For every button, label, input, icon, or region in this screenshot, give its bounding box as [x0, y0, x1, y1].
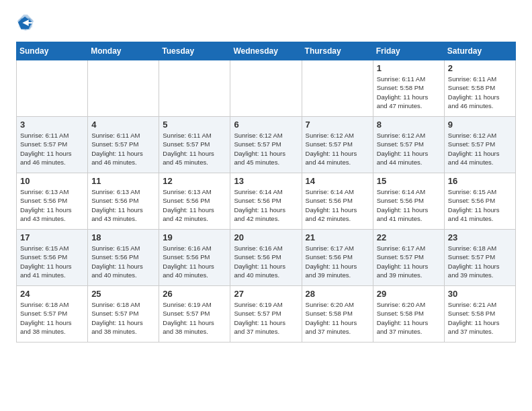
week-row: 3Sunrise: 6:11 AM Sunset: 5:57 PM Daylig…: [17, 117, 516, 173]
calendar-cell: 11Sunrise: 6:13 AM Sunset: 5:56 PM Dayli…: [88, 173, 159, 230]
day-number: 14: [306, 176, 369, 186]
calendar-cell: 20Sunrise: 6:16 AM Sunset: 5:56 PM Dayli…: [230, 230, 302, 286]
calendar-cell: [230, 60, 302, 117]
day-header: Tuesday: [159, 42, 230, 60]
day-header: Wednesday: [230, 42, 302, 60]
cell-info: Sunrise: 6:11 AM Sunset: 5:57 PM Dayligh…: [20, 131, 84, 167]
day-number: 27: [234, 289, 298, 299]
day-number: 9: [448, 120, 512, 130]
cell-info: Sunrise: 6:13 AM Sunset: 5:56 PM Dayligh…: [20, 187, 84, 223]
calendar-cell: 23Sunrise: 6:18 AM Sunset: 5:57 PM Dayli…: [444, 230, 515, 286]
calendar-cell: [17, 60, 88, 117]
week-row: 24Sunrise: 6:18 AM Sunset: 5:57 PM Dayli…: [17, 286, 516, 342]
day-number: 3: [20, 120, 84, 130]
header-row: SundayMondayTuesdayWednesdayThursdayFrid…: [17, 42, 516, 60]
day-number: 29: [377, 289, 441, 299]
week-row: 10Sunrise: 6:13 AM Sunset: 5:56 PM Dayli…: [17, 173, 516, 230]
day-header: Friday: [373, 42, 444, 60]
cell-info: Sunrise: 6:14 AM Sunset: 5:56 PM Dayligh…: [377, 187, 441, 223]
day-number: 17: [20, 232, 84, 242]
calendar-cell: 12Sunrise: 6:13 AM Sunset: 5:56 PM Dayli…: [159, 173, 230, 230]
day-number: 2: [448, 63, 512, 73]
calendar-cell: 10Sunrise: 6:13 AM Sunset: 5:56 PM Dayli…: [17, 173, 88, 230]
cell-info: Sunrise: 6:11 AM Sunset: 5:57 PM Dayligh…: [91, 131, 155, 167]
calendar-cell: 15Sunrise: 6:14 AM Sunset: 5:56 PM Dayli…: [373, 173, 444, 230]
day-number: 28: [306, 289, 369, 299]
cell-info: Sunrise: 6:13 AM Sunset: 5:56 PM Dayligh…: [91, 187, 155, 223]
calendar-cell: 4Sunrise: 6:11 AM Sunset: 5:57 PM Daylig…: [88, 117, 159, 173]
cell-info: Sunrise: 6:14 AM Sunset: 5:56 PM Dayligh…: [306, 187, 369, 223]
calendar-cell: 21Sunrise: 6:17 AM Sunset: 5:56 PM Dayli…: [302, 230, 373, 286]
calendar-cell: 1Sunrise: 6:11 AM Sunset: 5:58 PM Daylig…: [373, 60, 444, 117]
calendar-cell: 24Sunrise: 6:18 AM Sunset: 5:57 PM Dayli…: [17, 286, 88, 342]
cell-info: Sunrise: 6:12 AM Sunset: 5:57 PM Dayligh…: [234, 131, 298, 167]
calendar-cell: 27Sunrise: 6:19 AM Sunset: 5:57 PM Dayli…: [230, 286, 302, 342]
page: SundayMondayTuesdayWednesdayThursdayFrid…: [0, 0, 532, 353]
day-number: 20: [234, 232, 298, 242]
cell-info: Sunrise: 6:18 AM Sunset: 5:57 PM Dayligh…: [20, 300, 84, 336]
cell-info: Sunrise: 6:21 AM Sunset: 5:58 PM Dayligh…: [448, 300, 512, 336]
cell-info: Sunrise: 6:15 AM Sunset: 5:56 PM Dayligh…: [20, 244, 84, 279]
cell-info: Sunrise: 6:18 AM Sunset: 5:57 PM Dayligh…: [91, 300, 155, 336]
calendar-cell: 14Sunrise: 6:14 AM Sunset: 5:56 PM Dayli…: [302, 173, 373, 230]
day-number: 7: [306, 120, 369, 130]
day-number: 6: [234, 120, 298, 130]
day-number: 23: [448, 232, 512, 242]
day-header: Monday: [88, 42, 159, 60]
cell-info: Sunrise: 6:17 AM Sunset: 5:56 PM Dayligh…: [306, 244, 369, 279]
calendar-cell: [159, 60, 230, 117]
day-number: 4: [91, 120, 155, 130]
calendar-cell: [88, 60, 159, 117]
day-header: Saturday: [444, 42, 515, 60]
calendar-cell: 18Sunrise: 6:15 AM Sunset: 5:56 PM Dayli…: [88, 230, 159, 286]
day-number: 22: [377, 232, 441, 242]
calendar-cell: 6Sunrise: 6:12 AM Sunset: 5:57 PM Daylig…: [230, 117, 302, 173]
cell-info: Sunrise: 6:20 AM Sunset: 5:58 PM Dayligh…: [377, 300, 441, 336]
cell-info: Sunrise: 6:12 AM Sunset: 5:57 PM Dayligh…: [448, 131, 512, 167]
calendar-cell: 8Sunrise: 6:12 AM Sunset: 5:57 PM Daylig…: [373, 117, 444, 173]
calendar-cell: 19Sunrise: 6:16 AM Sunset: 5:56 PM Dayli…: [159, 230, 230, 286]
calendar-cell: 29Sunrise: 6:20 AM Sunset: 5:58 PM Dayli…: [373, 286, 444, 342]
cell-info: Sunrise: 6:19 AM Sunset: 5:57 PM Dayligh…: [163, 300, 226, 336]
cell-info: Sunrise: 6:18 AM Sunset: 5:57 PM Dayligh…: [448, 244, 512, 279]
calendar-cell: 2Sunrise: 6:11 AM Sunset: 5:58 PM Daylig…: [444, 60, 515, 117]
day-number: 25: [91, 289, 155, 299]
day-number: 30: [448, 289, 512, 299]
cell-info: Sunrise: 6:16 AM Sunset: 5:56 PM Dayligh…: [163, 244, 226, 279]
day-number: 13: [234, 176, 298, 186]
cell-info: Sunrise: 6:19 AM Sunset: 5:57 PM Dayligh…: [234, 300, 298, 336]
cell-info: Sunrise: 6:11 AM Sunset: 5:58 PM Dayligh…: [377, 75, 441, 110]
day-number: 5: [163, 120, 226, 130]
day-number: 24: [20, 289, 84, 299]
day-number: 21: [306, 232, 369, 242]
cell-info: Sunrise: 6:11 AM Sunset: 5:58 PM Dayligh…: [448, 75, 512, 110]
cell-info: Sunrise: 6:14 AM Sunset: 5:56 PM Dayligh…: [234, 187, 298, 223]
calendar-cell: 30Sunrise: 6:21 AM Sunset: 5:58 PM Dayli…: [444, 286, 515, 342]
calendar-cell: 5Sunrise: 6:11 AM Sunset: 5:57 PM Daylig…: [159, 117, 230, 173]
cell-info: Sunrise: 6:15 AM Sunset: 5:56 PM Dayligh…: [448, 187, 512, 223]
calendar-cell: 17Sunrise: 6:15 AM Sunset: 5:56 PM Dayli…: [17, 230, 88, 286]
cell-info: Sunrise: 6:12 AM Sunset: 5:57 PM Dayligh…: [306, 131, 369, 167]
calendar-cell: 26Sunrise: 6:19 AM Sunset: 5:57 PM Dayli…: [159, 286, 230, 342]
header: [16, 13, 516, 32]
cell-info: Sunrise: 6:12 AM Sunset: 5:57 PM Dayligh…: [377, 131, 441, 167]
calendar-cell: 22Sunrise: 6:17 AM Sunset: 5:57 PM Dayli…: [373, 230, 444, 286]
day-number: 8: [377, 120, 441, 130]
day-header: Sunday: [17, 42, 88, 60]
calendar-table: SundayMondayTuesdayWednesdayThursdayFrid…: [16, 42, 516, 342]
calendar-cell: 13Sunrise: 6:14 AM Sunset: 5:56 PM Dayli…: [230, 173, 302, 230]
calendar-cell: 9Sunrise: 6:12 AM Sunset: 5:57 PM Daylig…: [444, 117, 515, 173]
calendar-cell: 16Sunrise: 6:15 AM Sunset: 5:56 PM Dayli…: [444, 173, 515, 230]
day-number: 1: [377, 63, 441, 73]
cell-info: Sunrise: 6:15 AM Sunset: 5:56 PM Dayligh…: [91, 244, 155, 279]
calendar-cell: 3Sunrise: 6:11 AM Sunset: 5:57 PM Daylig…: [17, 117, 88, 173]
cell-info: Sunrise: 6:20 AM Sunset: 5:58 PM Dayligh…: [306, 300, 369, 336]
week-row: 17Sunrise: 6:15 AM Sunset: 5:56 PM Dayli…: [17, 230, 516, 286]
day-number: 10: [20, 176, 84, 186]
calendar-cell: [302, 60, 373, 117]
cell-info: Sunrise: 6:17 AM Sunset: 5:57 PM Dayligh…: [377, 244, 441, 279]
cell-info: Sunrise: 6:16 AM Sunset: 5:56 PM Dayligh…: [234, 244, 298, 279]
cell-info: Sunrise: 6:13 AM Sunset: 5:56 PM Dayligh…: [163, 187, 226, 223]
day-number: 12: [163, 176, 226, 186]
day-number: 26: [163, 289, 226, 299]
